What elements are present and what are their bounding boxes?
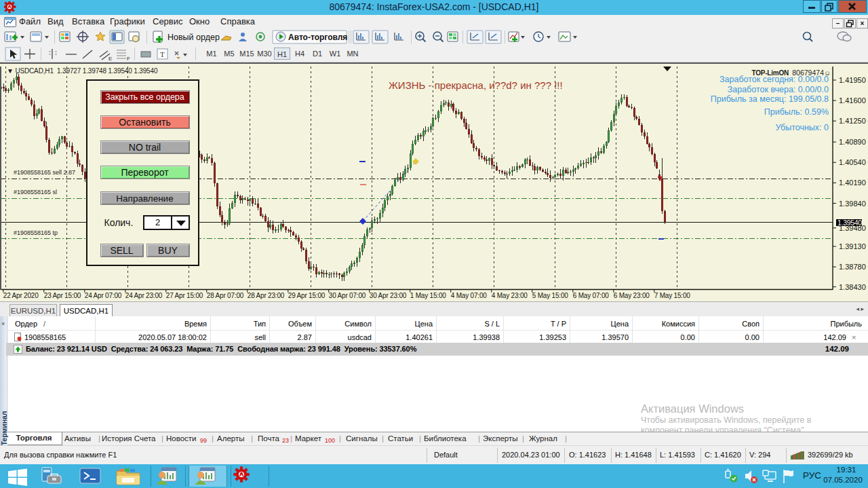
svg-text:Новый ордер: Новый ордер: [167, 33, 220, 42]
svg-text:Авто-торговля: Авто-торговля: [288, 33, 347, 42]
svg-text:T: T: [160, 50, 165, 58]
svg-text:F: F: [127, 56, 130, 62]
svg-text:E: E: [108, 56, 112, 62]
